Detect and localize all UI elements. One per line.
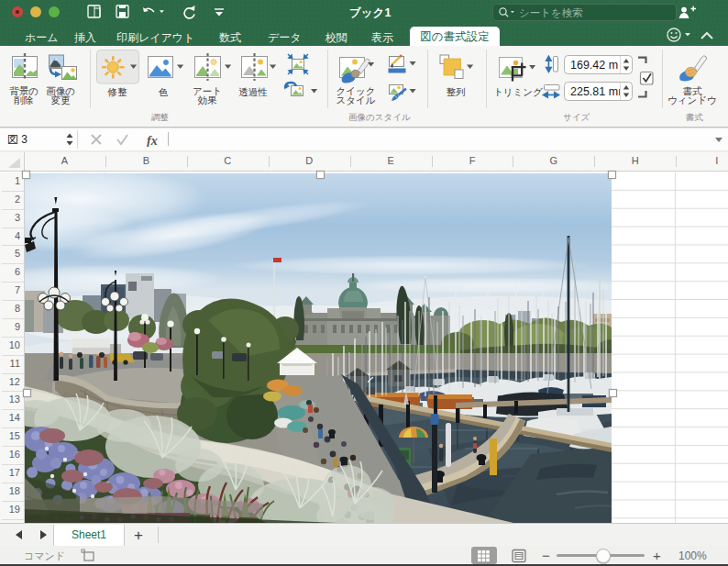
svg-text:fx: fx [147, 134, 158, 148]
svg-text:169.42 m: 169.42 m [570, 59, 618, 72]
svg-text:225.81 mı: 225.81 mı [570, 85, 622, 98]
